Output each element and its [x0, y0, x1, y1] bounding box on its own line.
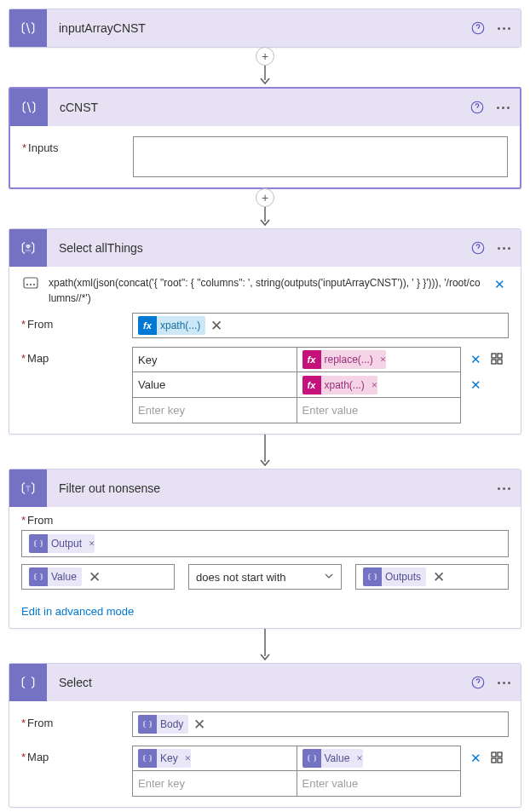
more-menu[interactable] — [492, 671, 516, 694]
card-title: cCNST — [48, 101, 465, 114]
map-key-cell[interactable]: Key× — [132, 746, 297, 771]
delete-row-icon[interactable]: ✕ — [466, 376, 485, 394]
map-value-cell[interactable]: Enter value — [297, 398, 462, 423]
filter-icon — [9, 469, 47, 507]
filter-right-field[interactable]: Outputs ✕ — [355, 564, 509, 590]
card-title: Select — [47, 676, 466, 689]
expression-preview: xpath(xml(json(concat('{ "root": { "colu… — [49, 275, 481, 306]
add-step-button[interactable]: + — [256, 188, 274, 207]
from-label: From — [21, 514, 53, 527]
delete-row-icon[interactable]: ✕ — [466, 749, 485, 768]
map-key-cell[interactable]: Enter key — [132, 771, 297, 797]
from-label: From — [21, 313, 132, 331]
remove-token-icon[interactable]: × — [380, 353, 386, 366]
from-field[interactable]: Output× — [21, 530, 509, 557]
card-title: Filter out nonsense — [47, 481, 492, 495]
action-card-cCNST[interactable]: cCNST Inputs — [9, 87, 521, 189]
clear-icon[interactable]: ✕ — [89, 568, 101, 586]
delete-row-icon[interactable]: ✕ — [466, 350, 485, 369]
map-key-cell[interactable]: Enter key — [132, 398, 297, 423]
from-field[interactable]: fxxpath(...) ✕ — [132, 313, 509, 338]
action-card-select[interactable]: Select From Body ✕ Map Key× Value× — [9, 663, 521, 808]
map-key-cell[interactable]: Value — [132, 372, 297, 398]
switch-mode-icon[interactable] — [490, 352, 504, 368]
arrow-down-icon — [258, 435, 272, 469]
fx-token-xpath[interactable]: fxxpath(...) — [138, 316, 205, 335]
more-menu[interactable] — [492, 236, 516, 260]
action-card-select-allThings[interactable]: Select allThings xpath(xml(json(concat('… — [9, 228, 521, 435]
remove-token-icon[interactable]: × — [356, 752, 362, 765]
remove-token-icon[interactable]: × — [372, 378, 377, 392]
svg-rect-17 — [498, 752, 502, 757]
map-value-cell[interactable]: fxreplace(...)× — [297, 347, 462, 372]
svg-rect-12 — [498, 360, 502, 364]
map-value-cell[interactable]: Enter value — [297, 771, 462, 797]
map-key-cell[interactable]: Key — [132, 347, 297, 372]
var-token-outputs[interactable]: Outputs — [363, 567, 426, 586]
filter-operator-select[interactable]: does not start with — [188, 564, 342, 590]
from-field[interactable]: Body ✕ — [132, 711, 509, 737]
clear-icon[interactable]: ✕ — [193, 716, 205, 734]
svg-point-6 — [27, 285, 28, 285]
svg-rect-19 — [498, 758, 502, 763]
svg-rect-18 — [492, 758, 496, 763]
svg-rect-16 — [492, 752, 496, 757]
inputs-field[interactable] — [133, 136, 508, 177]
remove-token-icon[interactable]: × — [89, 537, 95, 550]
filter-left-field[interactable]: Value ✕ — [21, 564, 175, 590]
map-value-cell[interactable]: fxxpath(...)× — [297, 372, 462, 398]
help-icon[interactable] — [466, 236, 490, 260]
close-icon[interactable]: ✕ — [490, 275, 509, 294]
fx-token-replace[interactable]: fxreplace(...)× — [302, 350, 387, 369]
card-title: Select allThings — [47, 241, 466, 255]
var-token-value[interactable]: Value — [29, 567, 82, 586]
advanced-mode-link[interactable]: Edit in advanced mode — [9, 602, 146, 628]
map-value-cell[interactable]: Value× — [297, 746, 462, 771]
compose-icon — [9, 9, 47, 47]
svg-rect-5 — [24, 278, 37, 288]
svg-rect-10 — [498, 354, 502, 358]
svg-point-8 — [34, 285, 35, 285]
help-icon[interactable] — [465, 95, 489, 119]
action-card-inputArrayCNST[interactable]: inputArrayCNST — [9, 9, 521, 48]
compose-icon — [10, 89, 48, 126]
add-step-button[interactable]: + — [256, 47, 274, 66]
fx-token-xpath[interactable]: fxxpath(...)× — [302, 376, 378, 394]
more-menu[interactable] — [492, 476, 516, 500]
remove-token-icon[interactable]: × — [185, 752, 191, 765]
svg-point-7 — [31, 285, 32, 285]
clear-icon[interactable]: ✕ — [210, 317, 222, 335]
select-icon — [9, 664, 47, 701]
clear-icon[interactable]: ✕ — [433, 568, 445, 586]
card-title: inputArrayCNST — [47, 21, 466, 35]
arrow-down-icon — [258, 65, 272, 87]
var-token-body[interactable]: Body — [138, 715, 188, 734]
more-menu[interactable] — [492, 16, 516, 40]
arrow-down-icon — [258, 206, 272, 228]
select-icon — [9, 229, 47, 267]
var-token-output[interactable]: Output× — [29, 534, 95, 553]
from-label: From — [21, 711, 132, 729]
action-card-filter-nonsense[interactable]: Filter out nonsense From Output× Value ✕… — [9, 469, 521, 629]
inputs-label: Inputs — [22, 136, 133, 154]
switch-mode-icon[interactable] — [490, 751, 504, 767]
more-menu[interactable] — [491, 95, 515, 119]
map-label: Map — [21, 347, 132, 365]
help-icon[interactable] — [466, 16, 490, 40]
expression-hint-icon — [21, 275, 40, 289]
chevron-down-icon — [324, 571, 334, 584]
var-token-key[interactable]: Key× — [138, 749, 191, 768]
arrow-down-icon — [258, 629, 272, 663]
help-icon[interactable] — [466, 671, 490, 694]
svg-rect-11 — [492, 360, 496, 364]
svg-rect-9 — [492, 354, 496, 358]
map-label: Map — [21, 746, 132, 763]
var-token-value[interactable]: Value× — [302, 749, 363, 768]
